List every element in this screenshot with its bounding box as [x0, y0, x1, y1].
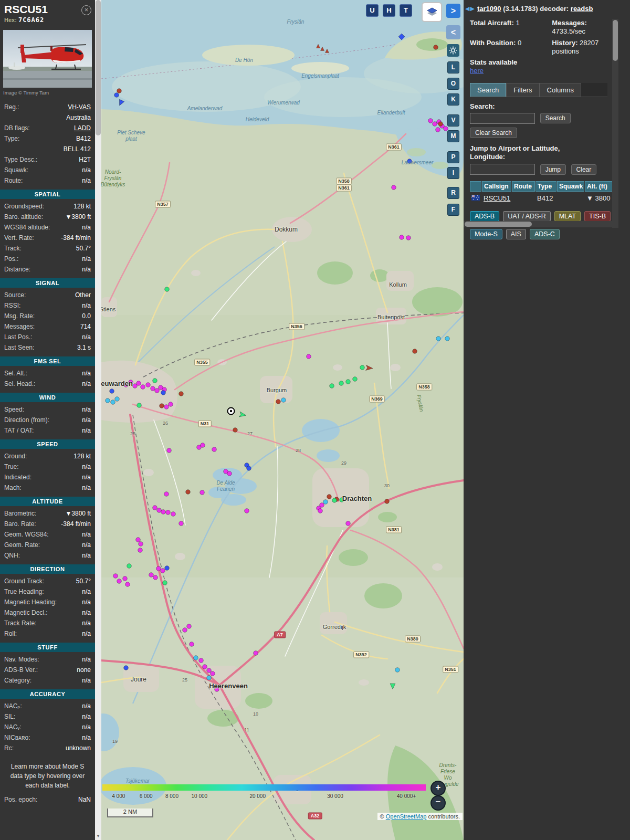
zoom-out-button[interactable]: −: [430, 795, 446, 811]
aircraft-marker[interactable]: [169, 402, 173, 407]
aircraft-marker[interactable]: [211, 671, 215, 676]
aircraft-marker[interactable]: [165, 566, 170, 571]
aircraft-marker[interactable]: [406, 236, 411, 240]
aircraft-marker[interactable]: [138, 548, 143, 553]
osm-link[interactable]: OpenStreetMap: [386, 813, 427, 820]
aircraft-marker[interactable]: [194, 656, 198, 660]
scrollbar-thumb[interactable]: [96, 0, 101, 135]
left-panel-scrollbar[interactable]: ▼: [95, 0, 101, 840]
map-button-l[interactable]: L: [447, 61, 459, 74]
aircraft-marker[interactable]: [434, 45, 438, 50]
filter-ads-b[interactable]: ADS-B: [470, 211, 499, 222]
aircraft-marker[interactable]: [200, 490, 205, 495]
clear-search-button[interactable]: Clear Search: [470, 128, 517, 138]
aircraft-marker[interactable]: [161, 569, 165, 573]
aircraft-marker[interactable]: [179, 521, 184, 526]
aircraft-marker[interactable]: [395, 668, 400, 673]
aircraft-marker[interactable]: [254, 651, 258, 656]
aircraft-marker[interactable]: [136, 538, 141, 542]
aircraft-marker[interactable]: [141, 385, 145, 390]
jump-button[interactable]: Jump: [540, 164, 566, 175]
aircraft-marker[interactable]: [212, 447, 217, 452]
aircraft-marker[interactable]: [330, 384, 334, 388]
aircraft-marker[interactable]: [129, 380, 133, 385]
filter-uat-ads-r[interactable]: UAT / ADS-R: [503, 211, 550, 222]
map-button-p[interactable]: P: [447, 151, 459, 163]
tab-columns[interactable]: Columns: [540, 83, 581, 97]
aircraft-marker[interactable]: [161, 510, 166, 514]
column-header-squawk[interactable]: Squawk: [557, 181, 584, 192]
aircraft-marker[interactable]: [165, 287, 170, 292]
aircraft-marker[interactable]: [153, 575, 158, 580]
layers-button[interactable]: [422, 2, 442, 22]
scroll-down-icon[interactable]: ▼: [95, 833, 101, 840]
search-input[interactable]: [470, 113, 535, 124]
jump-clear-button[interactable]: Clear: [571, 164, 597, 175]
aircraft-marker[interactable]: [445, 337, 450, 341]
aircraft-marker[interactable]: [199, 658, 204, 663]
aircraft-marker[interactable]: [127, 564, 132, 569]
aircraft-marker[interactable]: [117, 89, 122, 93]
aircraft-marker[interactable]: [155, 388, 160, 393]
aircraft-marker[interactable]: [114, 93, 119, 98]
column-header-callsign[interactable]: Callsign: [482, 181, 511, 192]
column-header-icon[interactable]: [470, 181, 481, 192]
map-button-h[interactable]: H: [383, 4, 395, 17]
aircraft-marker[interactable]: [340, 498, 344, 502]
map-button-i[interactable]: I: [447, 167, 459, 179]
aircraft-marker[interactable]: [346, 521, 351, 526]
right-panel-hscrollbar[interactable]: [464, 221, 612, 227]
aircraft-marker[interactable]: [353, 377, 358, 382]
aircraft-marker[interactable]: [227, 471, 232, 476]
aircraft-marker[interactable]: [400, 235, 404, 240]
aircraft-marker[interactable]: [137, 403, 142, 408]
aircraft-marker[interactable]: [146, 383, 151, 387]
aircraft-marker[interactable]: [436, 128, 440, 132]
aircraft-marker[interactable]: [346, 380, 351, 384]
aircraft-marker[interactable]: [151, 386, 155, 391]
map-button-k[interactable]: K: [447, 93, 459, 106]
filter-tis-b[interactable]: TIS-B: [584, 211, 611, 222]
aircraft-marker[interactable]: [110, 389, 114, 394]
map-button-t[interactable]: T: [400, 4, 412, 17]
zoom-in-button[interactable]: +: [430, 781, 446, 796]
map-button-f[interactable]: F: [447, 204, 459, 216]
search-button[interactable]: Search: [540, 113, 571, 123]
filter-mlat[interactable]: MLAT: [554, 211, 581, 222]
map[interactable]: LeeuwardenDokkumKollumBuitenpostStiensBu…: [101, 0, 464, 840]
aircraft-marker[interactable]: [164, 405, 169, 410]
aircraft-marker[interactable]: [111, 400, 116, 405]
map-button-u[interactable]: U: [366, 4, 379, 17]
tab-search[interactable]: Search: [470, 83, 506, 97]
map-button-r[interactable]: R: [447, 187, 459, 199]
aircraft-marker[interactable]: [124, 666, 129, 670]
aircraft-marker[interactable]: [125, 582, 130, 587]
close-icon[interactable]: ×: [81, 5, 91, 15]
info-value-link[interactable]: LADD: [74, 124, 91, 132]
aircraft-marker[interactable]: [123, 576, 128, 581]
stats-here-link[interactable]: here: [470, 67, 484, 75]
aircraft-marker[interactable]: [124, 383, 129, 387]
aircraft-marker[interactable]: [153, 506, 158, 510]
filter-ais[interactable]: AIS: [506, 229, 526, 239]
aircraft-marker[interactable]: [167, 448, 172, 453]
jump-input[interactable]: [470, 164, 535, 175]
aircraft-marker[interactable]: [407, 159, 412, 164]
scrollbar-thumb[interactable]: [465, 222, 532, 227]
aircraft-marker[interactable]: [323, 500, 328, 505]
aircraft-marker[interactable]: [433, 122, 437, 127]
column-header-type[interactable]: Type: [536, 181, 556, 192]
map-button-o[interactable]: O: [447, 78, 459, 90]
aircraft-marker[interactable]: [186, 490, 191, 495]
selected-aircraft-marker[interactable]: [228, 408, 235, 415]
aircraft-marker[interactable]: [183, 628, 187, 633]
aircraft-marker[interactable]: [201, 443, 205, 448]
aircraft-marker[interactable]: [207, 668, 212, 673]
aircraft-marker[interactable]: [164, 492, 169, 497]
readsb-link[interactable]: readsb: [571, 5, 593, 13]
table-row[interactable]: RSCU51 B412 ▼ 3800: [470, 193, 618, 204]
aircraft-marker[interactable]: [171, 512, 176, 517]
aircraft-marker[interactable]: [332, 498, 337, 503]
aircraft-marker[interactable]: [438, 122, 443, 127]
callsign-cell[interactable]: RSCU51: [482, 193, 511, 204]
